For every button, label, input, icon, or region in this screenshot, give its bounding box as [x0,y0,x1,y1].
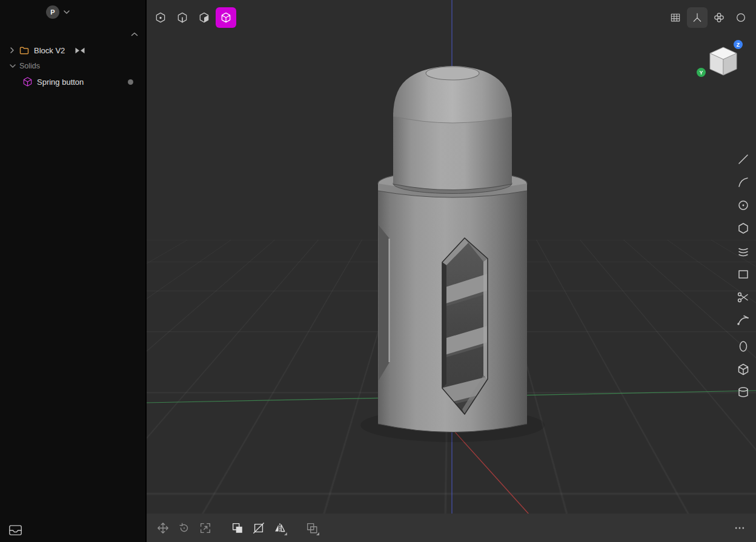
orientation-gizmo-toggle-button[interactable] [709,7,729,28]
chevron-down-icon[interactable] [64,10,70,14]
trim-tool-button[interactable] [735,289,751,305]
ellipse-tool-button[interactable] [735,339,751,354]
boolean-union-icon [231,521,244,535]
spiral-tool-button[interactable] [735,243,751,259]
scale-tool-button[interactable] [197,520,213,536]
collapse-outliner-button[interactable] [131,32,138,36]
3d-scene [147,0,756,542]
polygon-icon [736,221,751,236]
view-cube[interactable]: Z Y [704,44,743,81]
outliner: Block V2 Solids Spring button [0,42,145,90]
axes-tripod-icon [691,12,703,24]
view-toggle-toolbar [665,7,751,28]
rectangle-tool-button[interactable] [735,266,751,282]
chevron-right-icon[interactable] [10,47,14,53]
avatar-initial: P [50,8,55,16]
scissors-icon [736,290,751,305]
grid-icon [669,12,681,24]
outliner-project-row[interactable]: Block V2 [0,42,145,58]
folder-icon [19,45,29,55]
spiral-icon [736,244,751,259]
curve-pen-icon [736,313,751,328]
sidebar: P Block V2 [0,0,147,542]
model-spring-button[interactable] [378,66,527,432]
scale-icon [199,521,212,535]
control-point-mode-icon [154,12,167,24]
axis-badge-y[interactable]: Y [697,68,706,77]
project-label[interactable]: Block V2 [34,46,65,55]
item-label: Spring button [37,78,84,87]
asset-tray-button[interactable] [8,524,22,536]
axes-snap-toggle-button[interactable] [687,7,708,28]
center-circle-icon [736,198,751,213]
center-circle-tool-button[interactable] [735,197,751,213]
axis-badge-z[interactable]: Z [734,40,743,49]
outliner-item-spring-button[interactable]: Spring button [0,74,145,90]
cad-app: P Block V2 [0,0,756,542]
cylinder-tool-button[interactable] [735,385,751,400]
axis-x-red [453,430,529,515]
gizmo-knot-icon [713,12,725,24]
bottom-toolbar [147,514,756,542]
box-tool-button[interactable] [735,362,751,377]
selection-mode-toolbar [150,7,236,28]
edge-mode-button[interactable] [172,7,193,28]
rotate-icon [177,521,191,535]
box-icon [736,362,751,377]
asset-tray-icon [8,524,22,536]
line-icon [736,152,751,167]
curve-tool-button[interactable] [735,312,751,328]
control-point-mode-button[interactable] [150,7,171,28]
rotate-tool-button[interactable] [176,520,192,536]
polygon-tool-button[interactable] [735,220,751,236]
boolean-union-tool-button[interactable] [230,520,245,536]
chevron-down-icon[interactable] [10,64,16,68]
edge-mode-icon [176,12,188,24]
rectangle-icon [736,267,751,282]
more-icon [734,522,746,534]
mirror-icon[interactable] [75,47,85,55]
grid-toggle-button[interactable] [665,7,686,28]
arc-tool-button[interactable] [735,174,751,190]
move-icon [156,521,170,535]
circle-icon [735,12,747,24]
solid-mode-icon [220,12,232,24]
view-cube-icon [704,44,743,81]
shading-toggle-button[interactable] [731,7,751,28]
group-tool-button[interactable] [304,520,320,536]
sketch-tool-strip [735,151,751,400]
face-mode-button[interactable] [194,7,214,28]
visibility-dot[interactable] [128,79,133,85]
arc-icon [736,175,751,190]
boolean-cut-tool-button[interactable] [251,520,267,536]
solid-cube-icon [23,77,32,87]
avatar[interactable]: P [46,5,59,19]
move-tool-button[interactable] [155,520,171,536]
face-mode-icon [198,12,210,24]
mirror-tool-button[interactable] [272,520,288,536]
section-label: Solids [19,62,40,70]
more-menu-button[interactable] [732,520,748,536]
cylinder-icon [736,385,751,400]
outliner-section-solids[interactable]: Solids [0,58,145,74]
boolean-cut-icon [252,521,265,535]
line-tool-button[interactable] [735,151,751,167]
viewport[interactable]: Z Y [147,0,756,542]
ellipse-icon [736,339,751,354]
chevron-up-icon [131,32,138,36]
solid-mode-button[interactable] [216,7,236,28]
